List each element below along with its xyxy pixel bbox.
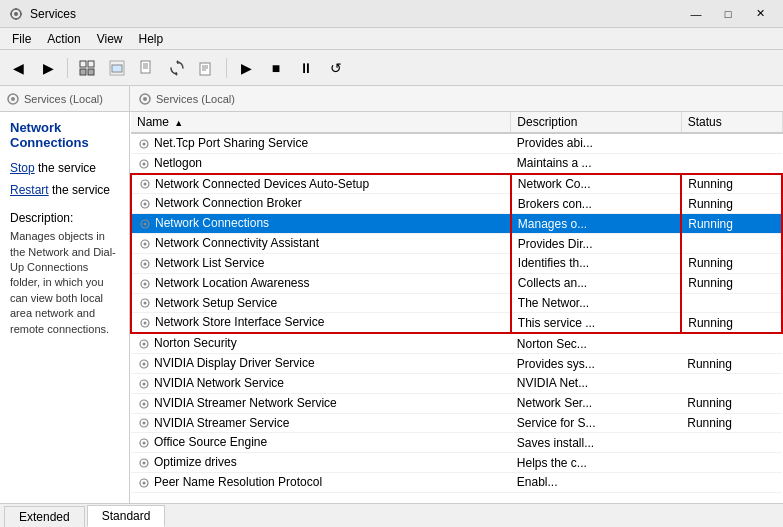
table-row[interactable]: Network Location AwarenessCollects an...… [131, 273, 782, 293]
up-button[interactable] [103, 54, 131, 82]
cell-name: Network List Service [131, 253, 511, 273]
table-row[interactable]: NVIDIA Streamer ServiceService for S...R… [131, 413, 782, 433]
col-desc-label: Description [517, 115, 577, 129]
restart-button[interactable]: ↺ [322, 54, 350, 82]
menu-file[interactable]: File [4, 30, 39, 48]
service-row-icon [138, 277, 152, 291]
pause-button[interactable]: ⏸ [292, 54, 320, 82]
service-row-icon [137, 456, 151, 470]
right-panel-icon [138, 92, 152, 106]
table-header-row: Name ▲ Description Status [131, 112, 782, 133]
desc-header: Description: [10, 211, 119, 225]
table-row[interactable]: Network Connectivity AssistantProvides D… [131, 234, 782, 254]
service-row-icon [137, 357, 151, 371]
cell-status: Running [681, 413, 782, 433]
svg-rect-11 [112, 65, 122, 72]
service-row-icon [137, 157, 151, 171]
export-button[interactable] [193, 54, 221, 82]
service-row-icon [137, 337, 151, 351]
menu-view[interactable]: View [89, 30, 131, 48]
cell-name: NVIDIA Streamer Service [131, 413, 511, 433]
left-panel-header: Services (Local) [0, 86, 129, 112]
cell-name: Office Source Engine [131, 433, 511, 453]
show-hide-button[interactable] [73, 54, 101, 82]
svg-point-35 [144, 223, 147, 226]
svg-rect-9 [88, 69, 94, 75]
svg-point-23 [11, 97, 15, 101]
table-row[interactable]: Network Setup ServiceThe Networ... [131, 293, 782, 313]
col-header-status[interactable]: Status [681, 112, 782, 133]
tab-extended[interactable]: Extended [4, 506, 85, 527]
back-button[interactable]: ◀ [4, 54, 32, 82]
table-row[interactable]: Network Store Interface ServiceThis serv… [131, 313, 782, 333]
service-row-icon [137, 416, 151, 430]
cell-status [681, 433, 782, 453]
maximize-button[interactable]: □ [713, 4, 743, 24]
service-name: Network Connections [10, 120, 119, 150]
cell-status [681, 373, 782, 393]
cell-name: Network Store Interface Service [131, 313, 511, 333]
service-actions: Stop the service Restart the service [10, 158, 119, 201]
table-row[interactable]: Network Connection BrokerBrokers con...R… [131, 194, 782, 214]
left-panel-title: Services (Local) [24, 93, 103, 105]
table-row[interactable]: Norton SecurityNorton Sec... [131, 333, 782, 353]
cell-desc: Enabl... [511, 473, 681, 493]
svg-point-31 [144, 183, 147, 186]
cell-status [681, 234, 782, 254]
table-row[interactable]: Optimize drivesHelps the c... [131, 453, 782, 473]
service-row-icon [138, 257, 152, 271]
col-header-desc[interactable]: Description [511, 112, 681, 133]
cell-desc: The Networ... [511, 293, 681, 313]
svg-point-37 [144, 242, 147, 245]
table-row[interactable]: NVIDIA Display Driver ServiceProvides sy… [131, 354, 782, 374]
svg-point-25 [143, 97, 147, 101]
services-table: Name ▲ Description Status [130, 112, 783, 493]
menu-action[interactable]: Action [39, 30, 88, 48]
table-row[interactable]: Office Source EngineSaves install... [131, 433, 782, 453]
title-bar: Services — □ ✕ [0, 0, 783, 28]
col-header-name[interactable]: Name ▲ [131, 112, 511, 133]
cell-desc: Provides abi... [511, 133, 681, 153]
stop-link[interactable]: Stop [10, 161, 35, 175]
cell-status: Running [681, 393, 782, 413]
cell-desc: Norton Sec... [511, 333, 681, 353]
refresh-button[interactable] [163, 54, 191, 82]
cell-name: Norton Security [131, 333, 511, 353]
scroll-area[interactable]: Name ▲ Description Status [130, 112, 783, 503]
svg-rect-18 [200, 63, 210, 75]
table-row[interactable]: Network ConnectionsManages o...Running [131, 214, 782, 234]
svg-rect-8 [80, 69, 86, 75]
restart-link[interactable]: Restart [10, 183, 49, 197]
svg-point-55 [143, 422, 146, 425]
svg-point-51 [143, 382, 146, 385]
col-status-label: Status [688, 115, 722, 129]
service-row-icon [137, 137, 151, 151]
table-row[interactable]: NVIDIA Network ServiceNVIDIA Net... [131, 373, 782, 393]
table-row[interactable]: NVIDIA Streamer Network ServiceNetwork S… [131, 393, 782, 413]
close-button[interactable]: ✕ [745, 4, 775, 24]
cell-name: Network Location Awareness [131, 273, 511, 293]
menu-help[interactable]: Help [131, 30, 172, 48]
play-button[interactable]: ▶ [232, 54, 260, 82]
left-panel: Services (Local) Network Connections Sto… [0, 86, 130, 503]
cell-name: Peer Name Resolution Protocol [131, 473, 511, 493]
cell-status: Running [681, 174, 782, 194]
minimize-button[interactable]: — [681, 4, 711, 24]
table-body: Net.Tcp Port Sharing ServiceProvides abi… [131, 133, 782, 492]
table-row[interactable]: Net.Tcp Port Sharing ServiceProvides abi… [131, 133, 782, 153]
cell-desc: Provides sys... [511, 354, 681, 374]
stop-button[interactable]: ■ [262, 54, 290, 82]
table-row[interactable]: NetlogonMaintains a ... [131, 153, 782, 173]
cell-desc: NVIDIA Net... [511, 373, 681, 393]
cell-name: NVIDIA Display Driver Service [131, 354, 511, 374]
tab-standard[interactable]: Standard [87, 505, 166, 527]
table-row[interactable]: Network List ServiceIdentifies th...Runn… [131, 253, 782, 273]
table-row[interactable]: Network Connected Devices Auto-SetupNetw… [131, 174, 782, 194]
forward-button[interactable]: ▶ [34, 54, 62, 82]
cell-name: Netlogon [131, 153, 511, 173]
restart-text: the service [49, 183, 110, 197]
service-row-icon [137, 397, 151, 411]
properties-button[interactable] [133, 54, 161, 82]
service-row-icon [138, 217, 152, 231]
table-row[interactable]: Peer Name Resolution ProtocolEnabl... [131, 473, 782, 493]
